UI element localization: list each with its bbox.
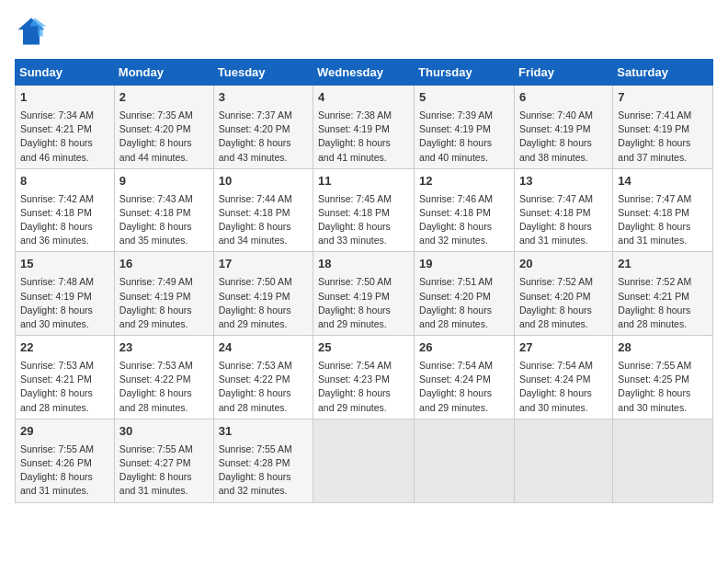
sunrise: Sunrise: 7:55 AM xyxy=(618,360,691,371)
sunset: Sunset: 4:18 PM xyxy=(419,207,491,218)
sunset: Sunset: 4:28 PM xyxy=(219,457,290,468)
header-friday: Friday xyxy=(514,60,612,86)
sunrise: Sunrise: 7:40 AM xyxy=(519,109,593,121)
sunrise: Sunrise: 7:41 AM xyxy=(618,109,691,121)
logo-icon xyxy=(15,15,48,48)
header-wednesday: Wednesday xyxy=(313,60,415,86)
daylight: Daylight: 8 hours and 28 minutes. xyxy=(219,387,291,412)
daylight: Daylight: 8 hours and 31 minutes. xyxy=(20,471,93,496)
calendar-cell: 28Sunrise: 7:55 AMSunset: 4:25 PMDayligh… xyxy=(613,336,713,419)
day-number: 31 xyxy=(219,423,308,441)
calendar-cell: 18Sunrise: 7:50 AMSunset: 4:19 PMDayligh… xyxy=(313,252,415,336)
header-monday: Monday xyxy=(114,60,213,86)
day-number: 7 xyxy=(618,89,708,107)
daylight: Daylight: 8 hours and 35 minutes. xyxy=(119,221,192,246)
sunset: Sunset: 4:19 PM xyxy=(318,123,390,134)
day-number: 20 xyxy=(519,256,608,273)
sunset: Sunset: 4:18 PM xyxy=(20,207,92,218)
daylight: Daylight: 8 hours and 28 minutes. xyxy=(20,387,93,412)
day-number: 26 xyxy=(419,339,509,357)
daylight: Daylight: 8 hours and 28 minutes. xyxy=(519,304,592,329)
daylight: Daylight: 8 hours and 32 minutes. xyxy=(419,221,492,246)
day-number: 22 xyxy=(20,339,109,357)
sunrise: Sunrise: 7:47 AM xyxy=(519,193,593,204)
sunset: Sunset: 4:19 PM xyxy=(119,291,191,302)
calendar-cell: 24Sunrise: 7:53 AMSunset: 4:22 PMDayligh… xyxy=(213,336,313,419)
sunrise: Sunrise: 7:55 AM xyxy=(20,443,94,454)
calendar-week-row: 8Sunrise: 7:42 AMSunset: 4:18 PMDaylight… xyxy=(16,168,713,252)
calendar-table: SundayMondayTuesdayWednesdayThursdayFrid… xyxy=(15,59,713,503)
day-number: 23 xyxy=(119,339,209,357)
calendar-cell: 31Sunrise: 7:55 AMSunset: 4:28 PMDayligh… xyxy=(213,419,313,502)
calendar-cell: 20Sunrise: 7:52 AMSunset: 4:20 PMDayligh… xyxy=(514,252,612,336)
sunrise: Sunrise: 7:55 AM xyxy=(119,443,193,454)
sunrise: Sunrise: 7:42 AM xyxy=(20,193,94,204)
daylight: Daylight: 8 hours and 40 minutes. xyxy=(419,137,492,162)
daylight: Daylight: 8 hours and 30 minutes. xyxy=(20,304,93,329)
sunset: Sunset: 4:18 PM xyxy=(219,207,290,218)
calendar-week-row: 1Sunrise: 7:34 AMSunset: 4:21 PMDaylight… xyxy=(16,86,713,169)
calendar-cell: 3Sunrise: 7:37 AMSunset: 4:20 PMDaylight… xyxy=(213,86,313,169)
calendar-cell: 12Sunrise: 7:46 AMSunset: 4:18 PMDayligh… xyxy=(415,168,515,252)
header-sunday: Sunday xyxy=(16,60,115,86)
day-number: 10 xyxy=(219,173,308,190)
sunset: Sunset: 4:18 PM xyxy=(119,207,191,218)
calendar-cell: 21Sunrise: 7:52 AMSunset: 4:21 PMDayligh… xyxy=(613,252,713,336)
day-number: 24 xyxy=(219,339,308,357)
calendar-cell: 5Sunrise: 7:39 AMSunset: 4:19 PMDaylight… xyxy=(415,86,515,169)
calendar-cell xyxy=(415,419,515,502)
day-number: 29 xyxy=(20,423,109,441)
sunrise: Sunrise: 7:39 AM xyxy=(419,109,493,121)
day-number: 1 xyxy=(20,89,109,107)
calendar-cell: 9Sunrise: 7:43 AMSunset: 4:18 PMDaylight… xyxy=(114,168,213,252)
day-number: 9 xyxy=(119,173,209,190)
calendar-week-row: 15Sunrise: 7:48 AMSunset: 4:19 PMDayligh… xyxy=(16,252,713,336)
sunset: Sunset: 4:22 PM xyxy=(119,373,191,385)
calendar-cell: 2Sunrise: 7:35 AMSunset: 4:20 PMDaylight… xyxy=(114,86,213,169)
daylight: Daylight: 8 hours and 28 minutes. xyxy=(618,304,690,329)
sunset: Sunset: 4:24 PM xyxy=(519,373,591,385)
sunset: Sunset: 4:26 PM xyxy=(20,457,92,468)
calendar-cell: 10Sunrise: 7:44 AMSunset: 4:18 PMDayligh… xyxy=(213,168,313,252)
calendar-cell: 15Sunrise: 7:48 AMSunset: 4:19 PMDayligh… xyxy=(16,252,115,336)
sunset: Sunset: 4:25 PM xyxy=(618,373,689,385)
sunrise: Sunrise: 7:53 AM xyxy=(119,360,193,371)
daylight: Daylight: 8 hours and 31 minutes. xyxy=(618,221,690,246)
sunset: Sunset: 4:18 PM xyxy=(618,207,689,218)
sunset: Sunset: 4:24 PM xyxy=(419,373,491,385)
day-number: 5 xyxy=(419,89,509,107)
day-number: 4 xyxy=(318,89,409,107)
calendar-cell: 30Sunrise: 7:55 AMSunset: 4:27 PMDayligh… xyxy=(114,419,213,502)
header-tuesday: Tuesday xyxy=(213,60,313,86)
calendar-cell: 1Sunrise: 7:34 AMSunset: 4:21 PMDaylight… xyxy=(16,86,115,169)
day-number: 21 xyxy=(618,256,708,273)
sunrise: Sunrise: 7:55 AM xyxy=(219,443,292,454)
sunrise: Sunrise: 7:44 AM xyxy=(219,193,292,204)
sunset: Sunset: 4:20 PM xyxy=(119,123,191,134)
sunset: Sunset: 4:19 PM xyxy=(618,123,689,134)
sunset: Sunset: 4:22 PM xyxy=(219,373,290,385)
daylight: Daylight: 8 hours and 29 minutes. xyxy=(219,304,291,329)
daylight: Daylight: 8 hours and 32 minutes. xyxy=(219,471,291,496)
daylight: Daylight: 8 hours and 30 minutes. xyxy=(618,387,690,412)
daylight: Daylight: 8 hours and 29 minutes. xyxy=(318,304,391,329)
logo xyxy=(15,15,51,48)
header-saturday: Saturday xyxy=(613,60,713,86)
day-number: 3 xyxy=(219,89,308,107)
sunset: Sunset: 4:21 PM xyxy=(20,123,92,134)
calendar-cell: 14Sunrise: 7:47 AMSunset: 4:18 PMDayligh… xyxy=(613,168,713,252)
calendar-cell: 23Sunrise: 7:53 AMSunset: 4:22 PMDayligh… xyxy=(114,336,213,419)
calendar-header-row: SundayMondayTuesdayWednesdayThursdayFrid… xyxy=(16,60,713,86)
day-number: 2 xyxy=(119,89,209,107)
day-number: 6 xyxy=(519,89,608,107)
sunrise: Sunrise: 7:54 AM xyxy=(419,360,493,371)
calendar-cell xyxy=(613,419,713,502)
sunset: Sunset: 4:20 PM xyxy=(419,291,491,302)
daylight: Daylight: 8 hours and 29 minutes. xyxy=(318,387,391,412)
calendar-cell: 29Sunrise: 7:55 AMSunset: 4:26 PMDayligh… xyxy=(16,419,115,502)
sunrise: Sunrise: 7:51 AM xyxy=(419,276,493,287)
sunset: Sunset: 4:20 PM xyxy=(519,291,591,302)
daylight: Daylight: 8 hours and 28 minutes. xyxy=(119,387,192,412)
calendar-cell xyxy=(313,419,415,502)
daylight: Daylight: 8 hours and 29 minutes. xyxy=(119,304,192,329)
